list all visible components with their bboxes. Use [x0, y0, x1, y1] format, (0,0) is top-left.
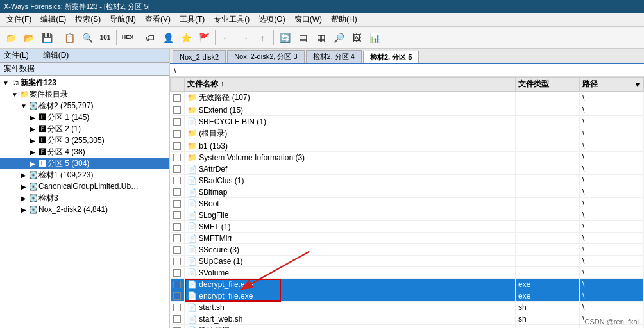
- table-row[interactable]: 📄 $Bitmap\: [171, 186, 644, 198]
- row-checkbox[interactable]: [171, 221, 185, 233]
- menu-help[interactable]: 帮助(H): [327, 13, 361, 26]
- row-checkbox[interactable]: [171, 290, 185, 302]
- row-checkbox[interactable]: [171, 186, 185, 198]
- chart-button[interactable]: 📊: [366, 29, 383, 47]
- table-row[interactable]: 📄 $Secure (3)\: [171, 244, 644, 256]
- tab-1[interactable]: Nox_2-disk2, 分区 3: [227, 50, 304, 63]
- expand-disk2[interactable]: ▼: [19, 102, 28, 110]
- menu-window[interactable]: 窗口(W): [291, 13, 326, 26]
- expand-case[interactable]: ▼: [1, 79, 10, 86]
- row-checkbox[interactable]: [171, 163, 185, 175]
- row-checkbox[interactable]: [171, 325, 185, 329]
- file-menu-left[interactable]: 文件(L): [4, 50, 29, 61]
- table-row[interactable]: 📄 $UpCase (1)\: [171, 256, 644, 267]
- open-button[interactable]: 📂: [21, 29, 37, 47]
- table-row[interactable]: 📁 b1 (153)\: [171, 140, 644, 152]
- expand-part3[interactable]: ▶: [28, 137, 37, 144]
- expand-ubuntu[interactable]: ▶: [19, 183, 28, 190]
- menu-view[interactable]: 查看(V): [141, 13, 174, 26]
- row-checkbox[interactable]: [171, 267, 185, 279]
- table-row[interactable]: 📄 $Volume\: [171, 267, 644, 279]
- tree-item-evidence3[interactable]: ▶ 💽 检材3: [0, 192, 169, 204]
- row-checkbox[interactable]: [171, 175, 185, 186]
- tree-container[interactable]: ▼ 🗂 新案件123 ▼ 📁 案件根目录 ▼ 💽 检材2 (255,797) ▶…: [0, 76, 169, 328]
- hash-button[interactable]: 101: [97, 29, 114, 47]
- row-checkbox[interactable]: [171, 127, 185, 140]
- image-button[interactable]: 🖼: [348, 29, 365, 47]
- expand-part4[interactable]: ▶: [28, 149, 37, 156]
- forward-button[interactable]: →: [236, 29, 253, 47]
- table-row[interactable]: 📄 $MFT (1)\: [171, 221, 644, 233]
- view2-button[interactable]: ▦: [312, 29, 329, 47]
- row-checkbox[interactable]: [171, 116, 185, 127]
- table-row[interactable]: 📄 $BadClus (1)\: [171, 175, 644, 186]
- refresh-button[interactable]: 🔄: [276, 29, 293, 47]
- tab-0[interactable]: Nox_2-disk2: [173, 50, 226, 63]
- expand-part2[interactable]: ▶: [28, 126, 37, 133]
- menu-tools[interactable]: 工具(T): [176, 13, 208, 26]
- row-checkbox[interactable]: [171, 302, 185, 313]
- zoom-button[interactable]: 🔎: [330, 29, 347, 47]
- row-checkbox[interactable]: [171, 313, 185, 325]
- tab-3[interactable]: 检材2, 分区 5: [363, 51, 419, 63]
- menu-nav[interactable]: 导航(N): [106, 13, 140, 26]
- col-name[interactable]: 文件名称 ↑: [185, 78, 516, 92]
- table-row[interactable]: 📁 无效路径 (107)\: [171, 92, 644, 104]
- row-checkbox[interactable]: [171, 92, 185, 104]
- star-button[interactable]: ⭐: [178, 29, 194, 47]
- tree-item-case[interactable]: ▼ 🗂 新案件123: [0, 77, 169, 88]
- tag-button[interactable]: 🏷: [142, 29, 158, 47]
- tree-item-part4[interactable]: ▶ 🅿 分区 4 (38): [0, 146, 169, 158]
- tree-item-ubuntu[interactable]: ▶ 💽 CanonicalGroupLimited.Ubuntu20.04LTS…: [0, 181, 169, 192]
- flag-button[interactable]: 🚩: [196, 29, 212, 47]
- new-case-button[interactable]: 📁: [3, 29, 19, 47]
- menu-file[interactable]: 文件(F): [3, 13, 35, 26]
- expand-ev1[interactable]: ▶: [19, 172, 28, 179]
- edit-menu-left[interactable]: 编辑(D): [43, 50, 69, 61]
- tree-item-evidence-root[interactable]: ▼ 📁 案件根目录: [0, 88, 169, 100]
- table-row[interactable]: 📁 System Volume Information (3)\: [171, 152, 644, 163]
- col-cb[interactable]: [171, 78, 185, 92]
- table-row[interactable]: 📄 $Boot\: [171, 198, 644, 209]
- row-checkbox[interactable]: [171, 244, 185, 256]
- table-row[interactable]: 📄 start.shsh\: [171, 302, 644, 313]
- tree-item-part5[interactable]: ▶ 🅿 分区 5 (304): [0, 158, 169, 169]
- person-button[interactable]: 👤: [160, 29, 176, 47]
- menu-search[interactable]: 搜索(S): [71, 13, 105, 26]
- table-row[interactable]: 📄 建站笔记.txttxt\: [171, 325, 644, 329]
- menu-edit[interactable]: 编辑(E): [37, 13, 70, 26]
- table-row[interactable]: 📄 $LogFile\: [171, 209, 644, 221]
- menu-pro[interactable]: 专业工具(): [210, 13, 253, 26]
- table-row[interactable]: 📄 $AttrDef\: [171, 163, 644, 175]
- file-table[interactable]: 文件名称 ↑ 文件类型 路径 ▼ 📁 无效路径 (107)\📁 $Extend …: [170, 77, 644, 328]
- row-checkbox[interactable]: [171, 140, 185, 152]
- col-filter[interactable]: ▼: [631, 78, 644, 92]
- search-button[interactable]: 🔍: [79, 29, 96, 47]
- tree-item-evidence1[interactable]: ▶ 💽 检材1 (109,223): [0, 169, 169, 181]
- table-row[interactable]: 📄 $RECYCLE.BIN (1)\: [171, 116, 644, 127]
- table-row[interactable]: 📁 $Extend (15)\: [171, 104, 644, 116]
- tree-item-part2[interactable]: ▶ 🅿 分区 2 (1): [0, 123, 169, 135]
- tree-item-nox[interactable]: ▶ 💽 Nox_2-disk2 (4,841): [0, 204, 169, 215]
- tree-item-disk2[interactable]: ▼ 💽 检材2 (255,797): [0, 100, 169, 111]
- prop-button[interactable]: 📋: [61, 29, 78, 47]
- view1-button[interactable]: ▤: [294, 29, 311, 47]
- save-button[interactable]: 💾: [38, 29, 55, 47]
- tree-item-part1[interactable]: ▶ 🅿 分区 1 (145): [0, 111, 169, 123]
- row-checkbox[interactable]: [171, 279, 185, 290]
- up-button[interactable]: ↑: [254, 29, 271, 47]
- expand-nox[interactable]: ▶: [19, 206, 28, 213]
- row-checkbox[interactable]: [171, 209, 185, 221]
- row-checkbox[interactable]: [171, 233, 185, 244]
- back-button[interactable]: ←: [218, 29, 235, 47]
- table-row[interactable]: 📁 (根目录)\: [171, 127, 644, 140]
- table-row[interactable]: 📄 encrypt_file.exeexe\: [171, 290, 644, 302]
- expand-root[interactable]: ▼: [10, 91, 19, 98]
- expand-part5[interactable]: ▶: [28, 160, 37, 167]
- hex-button[interactable]: HEX: [119, 29, 136, 47]
- expand-ev3[interactable]: ▶: [19, 195, 28, 202]
- expand-part1[interactable]: ▶: [28, 114, 37, 121]
- row-checkbox[interactable]: [171, 104, 185, 116]
- tab-2[interactable]: 检材2, 分区 4: [306, 50, 362, 63]
- row-checkbox[interactable]: [171, 198, 185, 209]
